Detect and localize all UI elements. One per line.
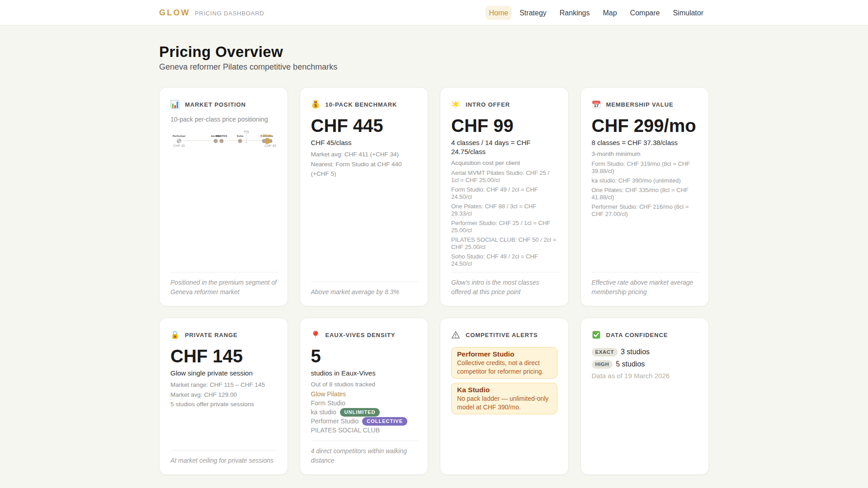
svg-text:$: $ bbox=[314, 103, 317, 108]
svg-text:17: 17 bbox=[594, 103, 598, 108]
